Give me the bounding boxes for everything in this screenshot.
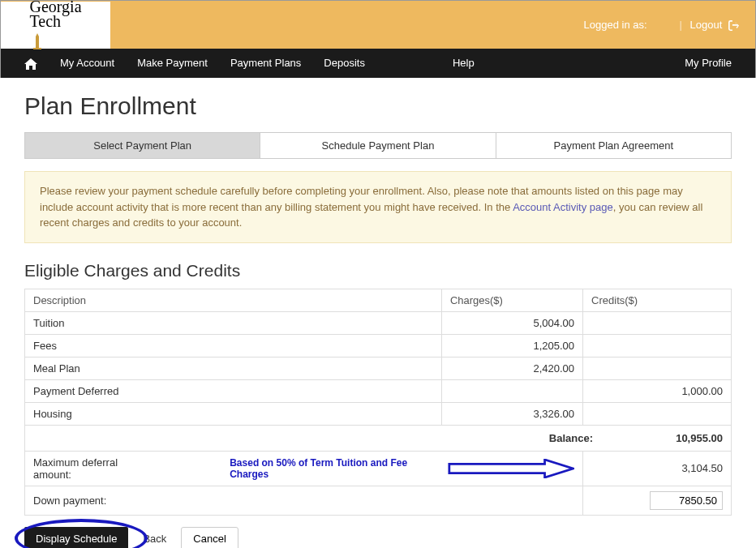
nav-make-payment[interactable]: Make Payment bbox=[126, 49, 219, 78]
nav-my-profile[interactable]: My Profile bbox=[673, 49, 743, 78]
nav-payment-plans[interactable]: Payment Plans bbox=[219, 49, 312, 78]
home-icon bbox=[24, 58, 37, 70]
col-credits: Credits($) bbox=[583, 289, 732, 311]
down-payment-input[interactable] bbox=[650, 491, 723, 510]
deferral-value: 3,104.50 bbox=[583, 451, 732, 486]
page-title: Plan Enrollment bbox=[24, 92, 732, 120]
balance-value: 10,955.00 bbox=[634, 432, 723, 444]
step-schedule[interactable]: Schedule Payment Plan bbox=[260, 133, 496, 158]
arrow-annotation-icon bbox=[448, 459, 574, 478]
wizard-steps: Select Payment Plan Schedule Payment Pla… bbox=[24, 132, 732, 159]
logout-link[interactable]: | Logout bbox=[680, 19, 739, 31]
account-activity-link[interactable]: Account Activity page bbox=[513, 201, 613, 213]
top-banner: Georgia Tech Logged in as: | Logout bbox=[0, 0, 756, 49]
nav-help[interactable]: Help bbox=[441, 49, 486, 78]
logo-line2: Tech bbox=[29, 14, 61, 28]
back-button[interactable]: Back bbox=[140, 528, 170, 549]
balance-label: Balance: bbox=[488, 432, 634, 444]
deferral-row: Maximum deferral amount: Based on 50% of… bbox=[25, 451, 732, 486]
table-row: Payment Deferred 1,000.00 bbox=[25, 379, 732, 402]
table-row: Fees 1,205.00 bbox=[25, 334, 732, 357]
table-row: Tuition 5,004.00 bbox=[25, 311, 732, 334]
col-description: Description bbox=[25, 289, 442, 311]
nav-home[interactable] bbox=[13, 49, 49, 78]
deferral-label: Maximum deferral amount: bbox=[33, 456, 148, 481]
display-schedule-button[interactable]: Display Schedule bbox=[24, 527, 128, 549]
down-payment-row: Down payment: bbox=[25, 486, 732, 515]
info-notice: Please review your payment schedule care… bbox=[24, 171, 732, 243]
eligible-charges-heading: Eligible Charges and Credits bbox=[24, 261, 732, 280]
table-row: Meal Plan 2,420.00 bbox=[25, 357, 732, 379]
logo: Georgia Tech bbox=[1, 2, 110, 49]
deferral-note: Based on 50% of Term Tuition and Fee Cha… bbox=[230, 457, 432, 480]
step-agreement[interactable]: Payment Plan Agreement bbox=[496, 133, 731, 158]
nav-deposits[interactable]: Deposits bbox=[312, 49, 376, 78]
balance-row: Balance: 10,955.00 bbox=[25, 425, 732, 451]
logo-tower-icon bbox=[32, 28, 43, 49]
button-row: Display Schedule Back Cancel bbox=[24, 527, 732, 549]
col-charges: Charges($) bbox=[441, 289, 582, 311]
charges-table: Description Charges($) Credits($) Tuitio… bbox=[24, 289, 732, 516]
table-row: Housing 3,326.00 bbox=[25, 402, 732, 425]
step-select[interactable]: Select Payment Plan bbox=[25, 133, 260, 158]
nav-bar: My Account Make Payment Payment Plans De… bbox=[0, 49, 756, 78]
cancel-button[interactable]: Cancel bbox=[181, 527, 238, 549]
nav-my-account[interactable]: My Account bbox=[49, 49, 126, 78]
logged-in-label: Logged in as: bbox=[584, 19, 647, 31]
logout-icon bbox=[728, 20, 739, 31]
down-payment-label: Down payment: bbox=[25, 486, 583, 515]
